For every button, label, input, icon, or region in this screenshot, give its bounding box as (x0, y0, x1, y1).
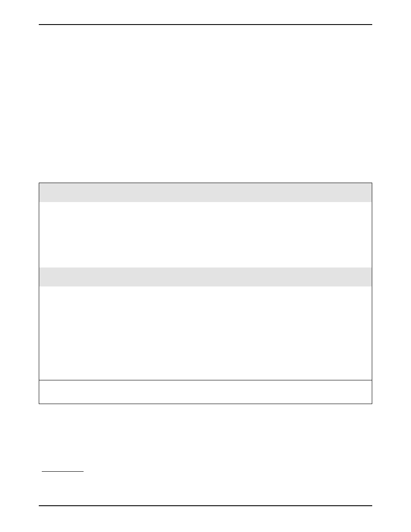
table-subheader-row (39, 268, 372, 286)
footnote-rule (42, 471, 84, 472)
table-row (39, 286, 372, 380)
table-header-row (39, 183, 372, 202)
table-row (39, 380, 372, 404)
data-table (39, 183, 372, 404)
footer-rule (39, 505, 372, 506)
page (0, 0, 411, 532)
table-row (39, 202, 372, 268)
header-rule (39, 24, 372, 25)
